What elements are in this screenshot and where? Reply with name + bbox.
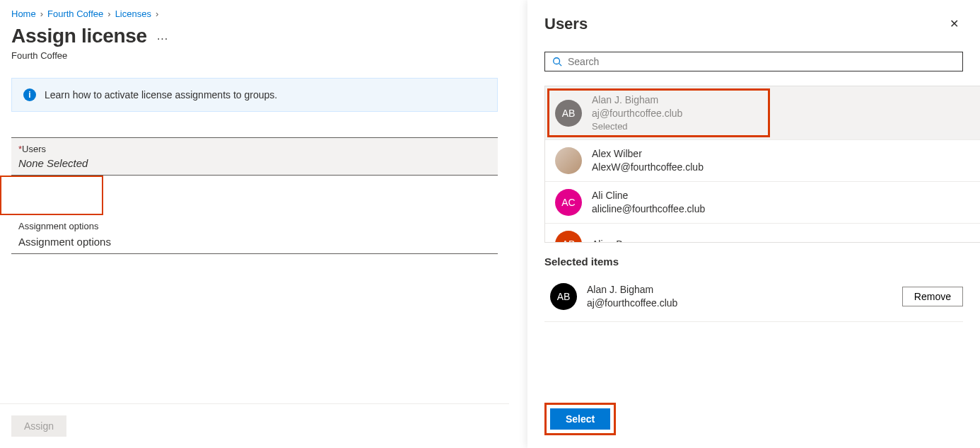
user-name: Alan J. Bigham [587, 283, 892, 297]
user-info: Alan J. Bighamaj@fourthcoffee.club [587, 283, 892, 310]
info-icon: i [23, 88, 36, 101]
info-banner[interactable]: i Learn how to activate license assignme… [11, 78, 498, 112]
breadcrumb: Home › Fourth Coffee › Licenses › [0, 8, 509, 25]
page-subtitle: Fourth Coffee [0, 50, 509, 78]
user-info: Ali Clinealicline@fourthcoffee.club [592, 189, 705, 216]
assignment-options-label: Assignment options [18, 221, 491, 231]
avatar [555, 147, 582, 174]
avatar: AB [555, 231, 582, 243]
user-name: Alan J. Bigham [592, 93, 682, 107]
user-row[interactable]: ABAlice Berry [545, 224, 980, 243]
assignment-options-value: Assignment options [18, 236, 491, 248]
highlight-select-box: Select [544, 403, 616, 435]
avatar: AC [555, 189, 582, 216]
avatar: AB [555, 100, 582, 127]
users-panel: Users ✕ ABAlan J. Bighamaj@fourthcoffee.… [527, 0, 980, 448]
assign-button[interactable]: Assign [11, 415, 66, 437]
breadcrumb-org[interactable]: Fourth Coffee [47, 8, 103, 19]
user-email: aj@fourthcoffee.club [592, 107, 682, 120]
user-name: Alex Wilber [592, 147, 704, 161]
footer-bar: Assign [0, 403, 509, 448]
user-email: aj@fourthcoffee.club [587, 297, 892, 310]
selected-label: Selected [592, 120, 682, 133]
selected-item-row: ABAlan J. Bighamaj@fourthcoffee.clubRemo… [544, 277, 963, 322]
avatar: AB [550, 283, 577, 310]
user-info: Alice Berry [592, 238, 640, 243]
svg-point-0 [554, 58, 560, 64]
close-icon[interactable]: ✕ [945, 13, 963, 35]
highlight-users-box [0, 176, 103, 215]
user-email: alicline@fourthcoffee.club [592, 202, 705, 216]
chevron-icon: › [107, 8, 110, 19]
more-menu[interactable]: ... [157, 30, 168, 42]
breadcrumb-licenses[interactable]: Licenses [115, 8, 151, 19]
search-icon [552, 57, 562, 67]
user-info: Alan J. Bighamaj@fourthcoffee.clubSelect… [592, 93, 682, 132]
user-name: Alice Berry [592, 238, 640, 243]
user-row[interactable]: ABAlan J. Bighamaj@fourthcoffee.clubSele… [545, 86, 980, 140]
users-field-label: Users [22, 144, 46, 154]
user-info: Alex WilberAlexW@fourthcoffee.club [592, 147, 704, 174]
user-name: Ali Cline [592, 189, 705, 202]
selected-items-heading: Selected items [544, 255, 963, 268]
info-text: Learn how to activate license assignment… [45, 89, 277, 100]
users-field-value: None Selected [18, 157, 491, 169]
svg-line-1 [559, 64, 562, 67]
remove-button[interactable]: Remove [902, 287, 963, 306]
chevron-icon: › [40, 8, 43, 19]
user-row[interactable]: Alex WilberAlexW@fourthcoffee.club [545, 140, 980, 182]
search-box[interactable] [544, 52, 963, 71]
breadcrumb-home[interactable]: Home [11, 8, 36, 19]
chevron-icon: › [156, 8, 158, 19]
panel-title: Users [544, 15, 588, 33]
assignment-options-field[interactable]: Assignment options Assignment options [11, 215, 498, 254]
user-email: AlexW@fourthcoffee.club [592, 161, 704, 174]
page-title: Assign license [11, 25, 147, 47]
search-input[interactable] [568, 56, 955, 67]
users-field[interactable]: *Users None Selected [11, 137, 498, 176]
select-button[interactable]: Select [550, 408, 610, 430]
user-list[interactable]: ABAlan J. Bighamaj@fourthcoffee.clubSele… [544, 86, 980, 243]
user-row[interactable]: ACAli Clinealicline@fourthcoffee.club [545, 182, 980, 224]
